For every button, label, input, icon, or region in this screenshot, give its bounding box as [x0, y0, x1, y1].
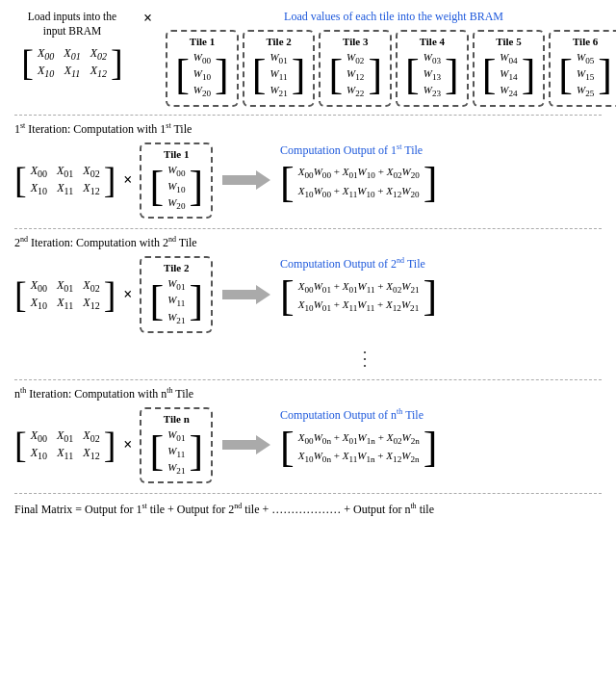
cell-x11: X11	[64, 64, 80, 79]
weight-bram-label: Load values of each tile into the weight…	[166, 10, 616, 24]
iter2-tile-box: Tile 2 [ W01 W11 W21 ]	[140, 256, 213, 333]
svg-marker-1	[222, 285, 270, 304]
i1-x12: X12	[83, 181, 99, 196]
iter2-tile-cells: W01 W11 W21	[164, 275, 189, 327]
times-symbol-top: ×	[141, 10, 154, 27]
tile-3-cells: W02 W12 W22	[343, 49, 368, 101]
itern-tile-box: Tile n [ W01 W11 W21 ]	[140, 407, 213, 484]
iter1-bracket-right: ]	[104, 162, 116, 198]
tile-6-label: Tile 6	[573, 36, 598, 47]
i1-x01: X01	[57, 164, 73, 179]
iter1-output-cells: X00W00 + X01W10 + X02W20 X10W00 + X11W10…	[295, 164, 424, 200]
iter2-output-matrix: [ X00W01 + X01W11 + X02W21 X10W01 + X11W…	[280, 275, 437, 318]
iteration-n-header: nth Iteration: Computation with nth Tile	[14, 386, 602, 401]
tile-2-bracket-left: [	[252, 54, 267, 96]
tile-1-cells: W00 W10 W20	[190, 49, 215, 101]
t2w11: W11	[270, 67, 287, 82]
iteration-1: 1st Iteration: Computation with 1st Tile…	[14, 121, 602, 220]
itern-out-br: ]	[424, 427, 438, 469]
svg-marker-2	[222, 435, 270, 454]
itern-input-matrix: [ X00 X01 X02 X10 X11 X12 ]	[14, 427, 116, 464]
iter2-tile-label: Tile 2	[164, 262, 189, 273]
cell-x10: X10	[38, 64, 54, 79]
itern-out-bl: [	[280, 427, 295, 469]
tile-2-bracket-right: ]	[292, 54, 306, 96]
cell-x12: X12	[90, 64, 107, 79]
i1-x10: X10	[31, 181, 47, 196]
itern-tile-bl: [	[149, 430, 164, 473]
t4w03: W03	[424, 51, 441, 65]
itn-w11: W11	[167, 445, 185, 459]
tile-1-label: Tile 1	[190, 36, 215, 47]
t2w01: W01	[270, 51, 287, 65]
iter1-output-section: Computation Output of 1st Tile [ X00W00 …	[280, 142, 437, 204]
itn-w01: W01	[167, 428, 185, 443]
i2-x12: X12	[83, 296, 99, 311]
tile-3-label: Tile 3	[343, 36, 368, 47]
tile-3-bracket-right: ]	[368, 54, 382, 96]
itern-out-row1: X00W0n + X01W1n + X02W2n	[298, 431, 420, 446]
iteration-2: 2nd Iteration: Computation with 2nd Tile…	[14, 235, 602, 333]
input-bram-label: Load inputs into theinput BRAM	[28, 10, 116, 39]
itern-out-row2: X10W0n + X11W1n + X12W2n	[298, 450, 420, 464]
tile-6-bracket-left: [	[558, 54, 573, 96]
it2-w21: W21	[167, 311, 185, 325]
iter1-bracket-left: [	[14, 162, 27, 198]
divider-3	[14, 379, 602, 380]
i2-x11: X11	[57, 296, 73, 311]
itern-tile-label: Tile n	[164, 413, 190, 425]
bracket-left: [	[21, 44, 34, 81]
t1w10: W10	[193, 67, 211, 82]
t3w02: W02	[346, 51, 364, 65]
tile-4-bracket-right: ]	[445, 54, 459, 96]
tile-2-box: Tile 2 [ W01 W11 W21 ]	[243, 30, 316, 107]
iter2-arrow	[218, 280, 274, 309]
t4w13: W13	[424, 67, 441, 82]
in-x12: X12	[83, 446, 99, 461]
t3w22: W22	[346, 84, 364, 98]
t6w25: W25	[577, 84, 594, 98]
tile-5-box: Tile 5 [ W04 W14 W24 ]	[473, 30, 546, 107]
tile-6-box: Tile 6 [ W05 W15 W25 ]	[549, 30, 616, 107]
itern-input-cells: X00 X01 X02 X10 X11 X12	[27, 427, 104, 464]
iter1-tile-cells: W00 W10 W20	[164, 162, 189, 214]
iter2-tile-br: ]	[189, 280, 203, 323]
svg-marker-0	[222, 170, 270, 190]
in-x00: X00	[31, 428, 47, 444]
divider-4	[14, 493, 602, 494]
t5w14: W14	[500, 67, 517, 82]
iter2-output-label: Computation Output of 2nd Tile	[280, 256, 425, 272]
tile-6-bracket-right: ]	[598, 54, 612, 96]
iteration-2-content: [ X00 X01 X02 X10 X11 X12 ] × Tile 2 [ W…	[14, 256, 274, 333]
t6w05: W05	[577, 51, 594, 65]
t5w04: W04	[500, 51, 517, 65]
in-x01: X01	[57, 428, 73, 444]
in-x11: X11	[57, 446, 73, 461]
iter1-tile-label: Tile 1	[164, 148, 189, 160]
iter1-arrow	[218, 166, 274, 194]
iteration-1-header: 1st Iteration: Computation with 1st Tile	[14, 121, 602, 137]
tile-3-bracket-left: [	[328, 54, 343, 96]
iter2-input-cells: X00 X01 X02 X10 X11 X12	[27, 276, 104, 314]
iter1-input-cells: X00 X01 X02 X10 X11 X12	[27, 162, 104, 199]
i1-x11: X11	[57, 181, 73, 196]
input-matrix: [ X00 X01 X02 X10 X11 X12 ]	[21, 44, 122, 82]
iteration-n-content: [ X00 X01 X02 X10 X11 X12 ] × Tile n [ W…	[14, 407, 274, 484]
iteration-2-header: 2nd Iteration: Computation with 2nd Tile	[14, 235, 602, 250]
vertical-dots: ⋮	[14, 343, 602, 374]
iter1-out-br: ]	[424, 162, 438, 204]
tile-5-bracket-left: [	[482, 54, 497, 96]
tile-4-label: Tile 4	[420, 36, 445, 47]
t4w23: W23	[424, 84, 441, 98]
tile-1-box: Tile 1 [ W00 W10 W20 ]	[166, 30, 239, 107]
cell-x02: X02	[90, 46, 107, 62]
it2-w11: W11	[167, 294, 185, 308]
iter1-output-label: Computation Output of 1st Tile	[280, 142, 423, 158]
itern-output-label: Computation Output of nth Tile	[280, 407, 424, 423]
tile-5-bracket-right: ]	[522, 54, 536, 96]
t3w12: W12	[346, 67, 364, 82]
i1-x00: X00	[31, 164, 47, 179]
iteration-n: nth Iteration: Computation with nth Tile…	[14, 386, 602, 484]
divider-2	[14, 228, 602, 229]
tile-4-bracket-left: [	[405, 54, 420, 96]
